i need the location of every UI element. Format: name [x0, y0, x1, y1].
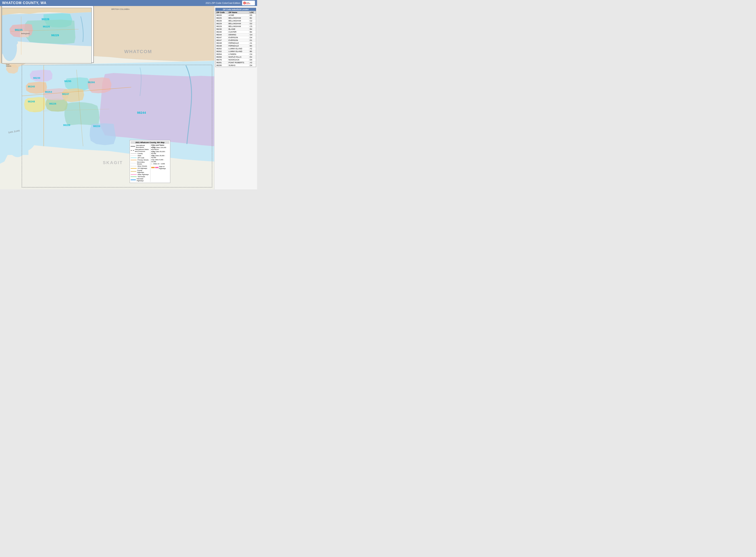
table-row: 98230BLAINEB4 — [216, 28, 256, 31]
table-row: 98229BELLINGHAMC5 — [216, 25, 256, 28]
table-row: 98276NOOKSACKD4 — [216, 58, 256, 61]
table-row: 98229BELLINGHAMD2 — [216, 22, 256, 25]
table-row: 98262LUMMI ISLANDB5 — [216, 50, 256, 53]
legend-us-hwy: US Highways — [131, 167, 149, 169]
svg-marker-17 — [87, 77, 111, 93]
table-row: 98248FERNDALEB4 — [216, 45, 256, 47]
table-row: 98240CUSTERB4 — [216, 31, 256, 33]
table-row: 98266MAPLE FALLSE4 — [216, 56, 256, 58]
zip-table-header: ZIP Code Index/Grid Locator — [215, 8, 256, 11]
inset-map-svg — [2, 8, 91, 63]
legend-intl-boundaries: International Boundaries — [131, 144, 149, 148]
page-title: WHATCOM COUNTY, WA — [2, 1, 47, 5]
table-row: 98220ACMED5 — [216, 14, 256, 17]
col-zip: ZIP Code — [216, 11, 228, 14]
inset-map: 98226 98229 98225 Bellingham — [2, 8, 92, 63]
svg-marker-19 — [24, 97, 46, 112]
legend-state: State — [131, 155, 149, 156]
main-content: 98226 98229 98225 Bellingham 98226 WHATC… — [0, 6, 257, 189]
legend-state-hwy: State Highways — [131, 174, 149, 175]
zip-index-table: ZIP Code Index/Grid Locator ZIP Code ZIP… — [215, 8, 256, 67]
svg-marker-14 — [46, 98, 68, 112]
svg-text:MAPS: MAPS — [246, 3, 251, 4]
table-row: 98295SUMASD4 — [216, 64, 256, 67]
legend-zip: ZIP Code — [131, 157, 149, 159]
legend-states-prov: International States and Provinces — [131, 148, 149, 152]
col-loc: LOC — [249, 11, 256, 14]
legend-county-hwy: County Highways — [131, 170, 149, 173]
legend-primary-streets: Primary Streets — [131, 159, 149, 161]
svg-marker-13 — [90, 123, 116, 145]
logo: T target MAPS — [242, 1, 255, 5]
table-row: 98225BELLINGHAMB2 — [216, 17, 256, 20]
col-name: ZIP Name — [228, 11, 249, 14]
svg-marker-11 — [99, 73, 214, 146]
zip-data-table: ZIP Code ZIP Name LOC 98220ACMED598225BE… — [215, 11, 256, 67]
svg-text:T: T — [244, 2, 245, 4]
zip-table-body: 98220ACMED598225BELLINGHAMB298226BELLING… — [216, 14, 256, 67]
map-area: 98226 98229 98225 Bellingham 98226 WHATC… — [0, 6, 214, 189]
table-row: 98248FERNDALEA1 — [216, 42, 256, 45]
svg-marker-18 — [62, 88, 84, 102]
legend-interstate: Interstate Highways — [131, 178, 149, 182]
svg-marker-12 — [64, 102, 99, 126]
table-row: 98247EVERSOND1 — [216, 39, 256, 42]
legend-title: 2021 Whatcom County, WA Map — [131, 141, 169, 144]
legend-county: County — [131, 152, 149, 154]
table-row: 98264LYNDENC4 — [216, 53, 256, 56]
table-row: 98262LUMMI ISLANDA2 — [216, 47, 256, 50]
legend-box: 2021 Whatcom County, WA Map Internationa… — [129, 140, 170, 183]
svg-rect-37 — [20, 31, 29, 37]
table-row: 98247EVERSOND4 — [216, 36, 256, 39]
page-header: WHATCOM COUNTY, WA 2021 ZIP Code ColorCa… — [0, 0, 257, 6]
legend-toll-roads: Toll Roads — [131, 176, 149, 178]
right-panel: ZIP Code Index/Grid Locator ZIP Code ZIP… — [214, 6, 257, 189]
legend-minor-streets: Minor Streets — [131, 165, 149, 167]
table-row: 98226BELLINGHAMC2 — [216, 20, 256, 22]
table-row: 98281POINT ROBERTSA3 — [216, 61, 256, 64]
header-right: 2021 ZIP Code ColorCast Edition T target… — [206, 1, 255, 5]
table-row: 98244DEMINGG4 — [216, 33, 256, 36]
legend-secondary-streets: Secondary Streets — [131, 161, 149, 165]
edition-label: 2021 ZIP Code ColorCast Edition — [206, 2, 240, 4]
